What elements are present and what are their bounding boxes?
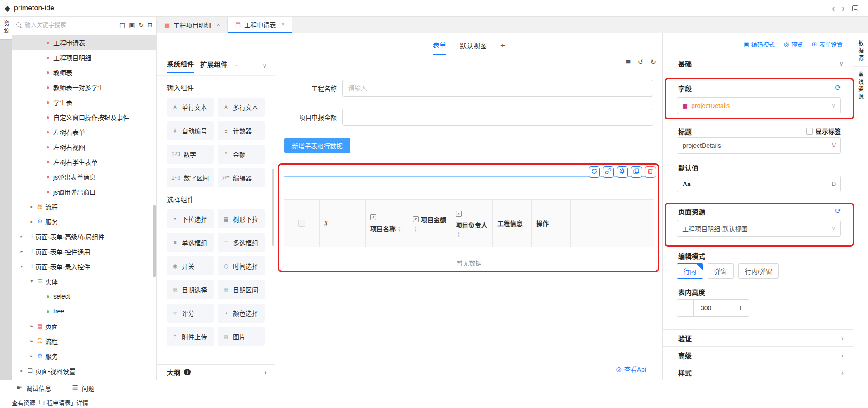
- tree-scrollbar[interactable]: [153, 205, 156, 277]
- tree-item[interactable]: ▸☐页面-表单-高级/布局组件: [12, 229, 156, 244]
- edit-mode-option[interactable]: 行内/弹窗: [738, 263, 779, 279]
- tree-item[interactable]: ●工程项目明细: [12, 50, 156, 65]
- palette-component-number-range[interactable]: 1~3数字区间: [167, 168, 214, 187]
- collapse-arrow-icon[interactable]: ▸: [18, 234, 25, 239]
- stepper-plus-button[interactable]: +: [732, 299, 749, 317]
- view-tab[interactable]: 表单: [433, 40, 446, 55]
- collapse-arrow-icon[interactable]: ▸: [28, 338, 35, 343]
- stepper-value[interactable]: 300: [694, 299, 732, 317]
- tree-item[interactable]: ●js弹出表单信息: [12, 169, 156, 184]
- file-tab[interactable]: ▤工程项目明细×: [157, 17, 228, 33]
- palette-component-number[interactable]: 123数字: [167, 145, 214, 164]
- undo-icon[interactable]: ↺: [638, 58, 644, 65]
- tree-item[interactable]: ▸品流程: [12, 333, 156, 348]
- right-strip-tab[interactable]: 数据源: [853, 36, 868, 67]
- chevron-right-icon[interactable]: ›: [264, 369, 267, 376]
- import-page-icon[interactable]: ▤: [119, 22, 125, 28]
- right-strip-tab[interactable]: 离线资源: [853, 67, 868, 105]
- title-variable-button[interactable]: V: [827, 138, 840, 153]
- tree-item[interactable]: ●select: [12, 289, 156, 304]
- palette-component-image[interactable]: ▨图片: [218, 327, 265, 346]
- tree-item[interactable]: ●左树右学生表单: [12, 154, 156, 169]
- section-高级[interactable]: 高级›: [663, 347, 853, 364]
- tree-item[interactable]: ▸☐页面-表单-控件通用: [12, 244, 156, 259]
- sort-arrows-icon[interactable]: ▴▾: [415, 226, 417, 232]
- collapse-panel-icon[interactable]: ⊟: [147, 22, 153, 28]
- subtable-column-project-amount[interactable]: 项目金额▴▾: [408, 200, 451, 247]
- subtable-column-index[interactable]: #: [320, 200, 366, 247]
- tree-item[interactable]: ▸⚙服务: [12, 348, 156, 363]
- new-folder-icon[interactable]: ▣: [129, 22, 135, 28]
- tree-item[interactable]: ▸▤页面: [12, 318, 156, 333]
- nav-forward-icon[interactable]: ›: [842, 4, 845, 13]
- debug-info-tab[interactable]: ☛ 调试信息: [16, 384, 51, 393]
- gear-button[interactable]: [617, 166, 628, 178]
- default-dynamic-button[interactable]: D: [827, 176, 840, 192]
- preview-button[interactable]: ◎预览: [784, 40, 803, 48]
- close-icon[interactable]: ×: [281, 21, 285, 28]
- page-resource-select[interactable]: 工程项目明细-默认视图 ∨: [677, 220, 841, 237]
- expand-arrow-icon[interactable]: ▾: [28, 279, 35, 284]
- tree-item[interactable]: ●教师表: [12, 65, 156, 80]
- refresh-icon[interactable]: ⟳: [835, 207, 841, 215]
- subtable-column-project-manager[interactable]: 项目负责人▴▾: [451, 200, 493, 247]
- select-all-checkbox[interactable]: [298, 220, 305, 227]
- expand-arrow-icon[interactable]: ▾: [18, 264, 25, 269]
- palette-component-tree-dropdown[interactable]: ▤树形下拉: [218, 209, 265, 228]
- palette-component-switch[interactable]: ◉开关: [167, 256, 214, 275]
- add-view-tab[interactable]: +: [500, 41, 505, 55]
- delete-button[interactable]: [645, 166, 656, 178]
- stepper-minus-button[interactable]: −: [677, 299, 694, 317]
- palette-scrollbar[interactable]: [272, 169, 274, 246]
- tree-item[interactable]: ●左树右表单: [12, 124, 156, 139]
- section-样式[interactable]: 样式›: [663, 364, 853, 381]
- palette-component-multi-line-text[interactable]: A多行文本: [218, 98, 265, 117]
- palette-component-dropdown-select[interactable]: ▾下拉选择: [167, 209, 214, 228]
- view-tab[interactable]: 默认视图: [460, 41, 487, 55]
- palette-component-single-line-text[interactable]: A单行文本: [167, 98, 214, 117]
- subtable-widget[interactable]: #项目名称▴▾项目金额▴▾项目负责人▴▾工程信息操作 暂无数据: [284, 176, 654, 279]
- show-label-checkbox[interactable]: [806, 128, 813, 135]
- tree-item[interactable]: ●学生表: [12, 95, 156, 109]
- project-name-input[interactable]: [348, 85, 647, 92]
- sort-arrows-icon[interactable]: ▴▾: [458, 231, 460, 237]
- refresh-icon[interactable]: ↻: [139, 22, 144, 28]
- sort-desc-icon[interactable]: ▾: [458, 234, 460, 237]
- view-api-link[interactable]: ◎ 查看Api: [616, 365, 646, 374]
- tree-item[interactable]: ▸⚙服务: [12, 214, 156, 229]
- palette-component-color-picker[interactable]: ◑颜色选择: [218, 304, 265, 323]
- tree-item[interactable]: ●js调用弹出窗口: [12, 184, 156, 199]
- nav-back-icon[interactable]: ‹: [832, 4, 835, 13]
- palette-component-date-range[interactable]: ▦日期区间: [218, 280, 265, 299]
- edit-mode-option[interactable]: 行内: [677, 263, 703, 279]
- project-amount-input[interactable]: [348, 114, 647, 121]
- tree-item[interactable]: ●自定义窗口操作按钮及事件: [12, 109, 156, 124]
- palette-component-auto-number[interactable]: #自动编号: [167, 121, 214, 140]
- sort-desc-icon[interactable]: ▾: [398, 229, 401, 232]
- outline-bar[interactable]: 大纲 i ›: [157, 364, 275, 380]
- edit-mode-option[interactable]: 弹窗: [708, 263, 734, 279]
- palette-component-radio-group[interactable]: ≡单选框组: [167, 233, 214, 252]
- sync-button[interactable]: [589, 166, 600, 178]
- tree-item[interactable]: ●工程申请表: [12, 35, 156, 50]
- link-button[interactable]: [603, 166, 614, 178]
- tree-item[interactable]: ▸☐页面-视图设置: [12, 363, 156, 378]
- chevron-down-icon[interactable]: ∨: [839, 60, 844, 67]
- tree-item[interactable]: ●左树右视图: [12, 139, 156, 154]
- palette-component-rating[interactable]: ☆评分: [167, 304, 214, 323]
- palette-component-currency[interactable]: ¥金额: [218, 145, 265, 164]
- tree-item[interactable]: ▾☰实体: [12, 274, 156, 289]
- copy-button[interactable]: [631, 166, 642, 178]
- tree-item[interactable]: ▾☐页面-表单-录入控件: [12, 259, 156, 274]
- close-icon[interactable]: ×: [217, 21, 220, 28]
- file-tab[interactable]: ▤工程申请表×: [228, 17, 292, 33]
- field-list-icon[interactable]: ≣: [625, 58, 631, 65]
- tree-item[interactable]: ▸品流程: [12, 199, 156, 214]
- collapse-arrow-icon[interactable]: ▸: [28, 219, 35, 224]
- palette-component-editor[interactable]: A≡编辑器: [218, 168, 265, 187]
- palette-component-date-picker[interactable]: ▦日期选择: [167, 280, 214, 299]
- search-input[interactable]: [25, 21, 117, 28]
- palette-component-checkbox-group[interactable]: ≣多选框组: [218, 233, 265, 252]
- refresh-icon[interactable]: ⟳: [835, 84, 841, 92]
- form-settings-button[interactable]: ⊞表单设置: [812, 40, 843, 48]
